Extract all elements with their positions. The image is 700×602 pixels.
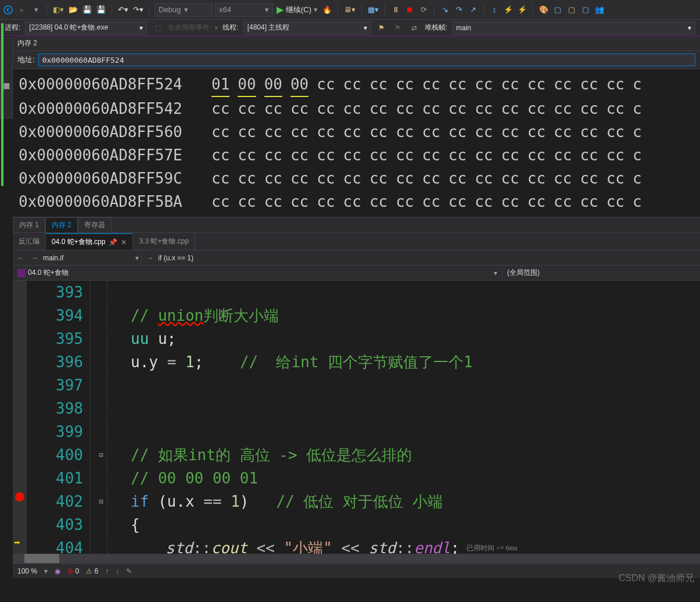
fold-gutter[interactable]: ⊟ ⊟ [95, 281, 107, 554]
step-over-icon[interactable]: ↷ [453, 3, 465, 16]
stop-icon[interactable]: ⏹ [404, 3, 415, 16]
change-gutter [91, 281, 95, 554]
tool-icon-2[interactable]: ⚡ [502, 3, 514, 16]
error-count[interactable]: ⊘ 0 [67, 567, 79, 575]
memory-byte: cc [580, 73, 598, 97]
platform-dropdown[interactable]: x64▾ [215, 3, 273, 17]
warning-count[interactable]: ⚠ 6 [86, 567, 98, 575]
lifecycle-icon[interactable]: ▢ [152, 21, 163, 34]
memory-byte: c [633, 120, 642, 144]
live-share-icon[interactable]: 👥 [594, 3, 605, 16]
memory-address: 0x00000060AD8FF524 [19, 73, 199, 97]
step-into-icon[interactable]: ↘ [439, 3, 451, 16]
memory-byte: cc [238, 167, 256, 190]
save-all-icon[interactable]: 💾 [95, 3, 107, 16]
open-folder-icon[interactable]: 📂 [67, 3, 79, 16]
memory-hex-view[interactable]: 0x00000060AD8FF52401000000cccccccccccccc… [13, 69, 700, 217]
win-icon-2[interactable]: ▢ [566, 3, 577, 16]
zoom-level[interactable]: 100 % [17, 567, 37, 575]
memory-byte: cc [264, 120, 282, 144]
memory-byte: 01 [211, 73, 229, 97]
nav-dd[interactable]: ▾ [30, 3, 42, 16]
pause-icon[interactable]: ⏸ [390, 3, 401, 16]
memory-byte: cc [343, 73, 361, 97]
close-icon[interactable]: ✕ [121, 238, 127, 246]
code-line [131, 397, 700, 420]
continue-button[interactable]: ▶继续(C)▾ [275, 3, 319, 16]
memory-byte: cc [343, 190, 361, 213]
tool-icon-3[interactable]: ⚡ [516, 3, 528, 16]
nav-back-button[interactable] [2, 3, 14, 16]
memory-byte: cc [580, 144, 598, 167]
memory-byte: cc [580, 167, 598, 190]
nav-right2-icon[interactable]: → [144, 252, 156, 264]
step-out-icon[interactable]: ↗ [467, 3, 479, 16]
win-icon-3[interactable]: ▢ [580, 3, 591, 16]
memory-byte: cc [369, 73, 387, 97]
memory-byte: cc [448, 73, 466, 97]
new-item-icon[interactable]: ◧▾ [52, 3, 65, 16]
scope-dropdown[interactable]: (全局范围) [502, 268, 700, 278]
swap-icon[interactable]: ⇄ [408, 21, 420, 34]
redo-icon[interactable]: ↷▾ [132, 3, 145, 16]
breakpoint-gutter[interactable]: ➡ [13, 281, 27, 554]
memory-byte: cc [422, 167, 440, 190]
code-content[interactable]: // union判断大小端 uu u; u.y = 1; // 给int 四个字… [107, 281, 700, 554]
flag-icon[interactable]: ⚑ [376, 21, 387, 34]
memory-address: 0x00000060AD8FF57E [19, 144, 199, 167]
pin-icon[interactable]: 📌 [109, 238, 117, 246]
flag-icon-2[interactable]: ⚑ [392, 21, 404, 34]
nav-fwd-button[interactable]: ▸ [16, 3, 28, 16]
address-label: 地址: [17, 55, 35, 65]
memory-byte: cc [396, 97, 414, 120]
browser-icon[interactable]: 🖥▾ [343, 3, 357, 16]
layout-icon[interactable]: ▦▾ [367, 3, 380, 16]
memory-byte: cc [317, 144, 335, 167]
lifecycle-label: 生命周期事件 [168, 23, 210, 33]
nav-right-icon[interactable]: → [29, 252, 41, 264]
line-number-gutter: 393394395396397398399400401402403404405 [27, 281, 91, 554]
tool-icon[interactable]: ✎ [126, 567, 132, 575]
undo-icon[interactable]: ↶▾ [117, 3, 130, 16]
fold-icon[interactable]: ⊟ [95, 443, 107, 467]
nav-up-icon[interactable]: ↑ [105, 567, 109, 575]
memory-byte: cc [422, 144, 440, 167]
address-input[interactable] [38, 53, 695, 66]
main-toolbar: ▸ ▾ ◧▾ 📂 💾 💾 ↶▾ ↷▾ Debug▾ x64▾ ▶继续(C)▾ 🔥… [0, 0, 700, 20]
intellicode-icon[interactable]: ◉ [55, 567, 60, 575]
fold-icon[interactable]: ⊟ [95, 490, 107, 513]
file-tab[interactable]: 04.0 蛇+食物.cpp📌✕ [46, 233, 133, 250]
memory-byte: cc [475, 97, 493, 120]
memory-byte: cc [369, 144, 387, 167]
code-editor[interactable]: ➡ 39339439539639739839940040140240340440… [13, 281, 700, 554]
tool-icon-1[interactable]: ↕ [489, 3, 500, 16]
memory-tab[interactable]: 内存 1 [13, 217, 45, 232]
memory-row: 0x00000060AD8FF5BAcccccccccccccccccccccc… [19, 190, 700, 213]
win-icon-1[interactable]: ▢ [552, 3, 563, 16]
nav-scope[interactable]: main.if [43, 254, 63, 262]
memory-byte: cc [343, 167, 361, 190]
process-dropdown[interactable]: [22388] 04.0 蛇+食物.exe▾ [25, 21, 147, 34]
file-tab[interactable]: 反汇编 [13, 233, 46, 250]
palette-icon[interactable]: 🎨 [538, 3, 550, 16]
code-line: u.y = 1; // 给int 四个字节赋值了一个1 [131, 350, 700, 374]
horizontal-scrollbar[interactable] [13, 554, 700, 563]
nav-down-icon[interactable]: ↓ [116, 567, 119, 575]
hot-reload-icon[interactable]: 🔥 [321, 3, 333, 16]
save-icon[interactable]: 💾 [81, 3, 93, 16]
thread-dropdown[interactable]: [4804] 主线程▾ [243, 21, 371, 34]
project-dropdown[interactable]: 04.0 蛇+食物 ▾ [13, 268, 502, 278]
nav-cond[interactable]: if (u.x == 1) [158, 254, 193, 262]
perf-tip[interactable]: 已用时间 <= 6ms [466, 543, 518, 553]
breakpoint-marker[interactable] [15, 492, 24, 501]
file-tab[interactable]: 3.3 蛇+食物.cpp [133, 233, 195, 250]
memory-tab[interactable]: 寄存器 [78, 217, 112, 232]
line-number: 401 [27, 467, 83, 490]
stack-dropdown[interactable]: main▾ [452, 21, 695, 34]
config-dropdown[interactable]: Debug▾ [155, 3, 213, 17]
restart-icon[interactable]: ⟳ [418, 3, 429, 16]
memory-byte: c [633, 73, 642, 97]
memory-byte: cc [396, 190, 414, 213]
nav-left-icon[interactable]: ← [15, 252, 27, 264]
memory-tab[interactable]: 内存 2 [45, 217, 78, 232]
